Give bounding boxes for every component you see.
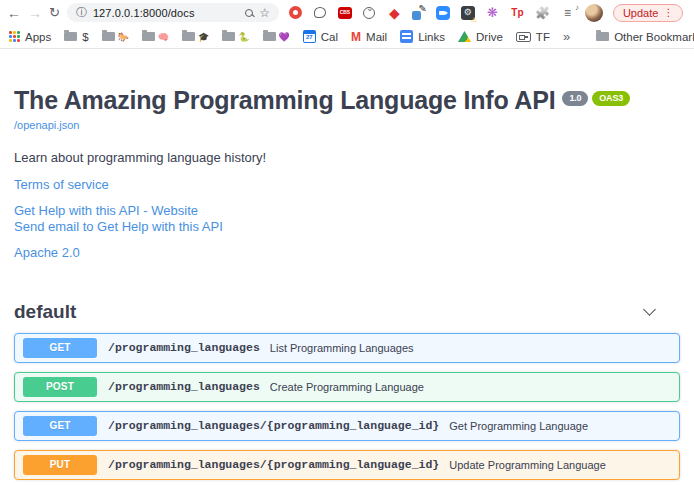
folder-icon <box>222 32 235 41</box>
bookmark-tf[interactable]: TF <box>516 31 550 43</box>
folder-icon <box>102 32 115 41</box>
api-title-text: The Amazing Programming Language Info AP… <box>14 86 555 115</box>
method-badge: GET <box>23 338 97 358</box>
url-text[interactable]: 127.0.0.1:8000/docs <box>93 7 239 19</box>
zoom-camera-extension-icon[interactable] <box>436 5 451 20</box>
folder-icon <box>596 32 609 41</box>
purple-flower-extension-icon[interactable]: ❋ <box>485 5 500 20</box>
snake-emblem-icon: 🐍 <box>238 32 249 42</box>
other-bookmarks-label: Other Bookmarks <box>614 31 694 43</box>
speech-bubble-extension-icon[interactable] <box>313 5 328 20</box>
zoom-search-icon[interactable] <box>245 9 253 17</box>
bookmarks-bar: Apps $ 🐎 🧠 🎓 🐍 💜 27 Cal M Mail Links Dri… <box>0 25 694 49</box>
drive-icon <box>458 31 471 42</box>
openapi-spec-link[interactable]: /openapi.json <box>14 119 79 131</box>
bookmark-cal-label: Cal <box>321 31 338 43</box>
links-icon <box>400 30 413 43</box>
operation-path: /programming_languages <box>108 341 260 354</box>
operation-summary: List Programming Languages <box>270 342 414 354</box>
tp-extension-icon[interactable]: Tp <box>510 5 525 20</box>
tf-icon <box>516 32 531 42</box>
operation-row-create-language[interactable]: POST /programming_languages Create Progr… <box>14 372 680 402</box>
puzzle-extension-icon[interactable]: 🧩 <box>535 5 550 20</box>
tag-section-header[interactable]: default <box>14 295 680 333</box>
gear-warning-extension-icon[interactable]: ⚙ <box>461 6 475 20</box>
bookmark-links[interactable]: Links <box>400 30 445 43</box>
color-picker-extension-icon[interactable]: ✎ <box>412 6 426 20</box>
operation-summary: Create Programming Language <box>270 381 424 393</box>
bookmark-cal[interactable]: 27 Cal <box>303 30 338 43</box>
version-badge: 1.0 <box>562 91 588 106</box>
chevron-down-icon[interactable] <box>643 303 656 316</box>
oas3-badge: OAS3 <box>592 91 630 106</box>
operation-path: /programming_languages/{programming_lang… <box>108 458 439 471</box>
folder-icon <box>142 32 155 41</box>
operation-summary: Update Programming Language <box>449 459 606 471</box>
bookmark-apps-label: Apps <box>25 31 51 43</box>
bookmark-mail[interactable]: M Mail <box>351 30 387 44</box>
red-diamond-extension-icon[interactable]: ◆ <box>387 5 402 20</box>
profile-avatar[interactable] <box>585 4 603 22</box>
bookmark-links-label: Links <box>418 31 445 43</box>
bookmark-star-icon[interactable]: ☆ <box>259 7 270 19</box>
swagger-page: The Amazing Programming Language Info AP… <box>0 49 694 485</box>
method-badge: PUT <box>23 455 97 475</box>
bookmark-mail-label: Mail <box>366 31 387 43</box>
api-description: Learn about programming language history… <box>14 150 680 165</box>
bookmarks-overflow-icon[interactable]: » <box>563 29 570 44</box>
bookmark-drive-label: Drive <box>476 31 503 43</box>
operation-path: /programming_languages/{programming_lang… <box>108 419 439 432</box>
back-arrow-icon[interactable]: ← <box>7 6 21 20</box>
title-badges: 1.0 OAS3 <box>562 91 630 106</box>
extensions-row: CBS ◆ ✎ ⚙ ❋ Tp 🧩 ≡ Update ⋮ <box>288 4 683 22</box>
operation-row-update-language[interactable]: PUT /programming_languages/{programming_… <box>14 450 680 480</box>
red-circle-extension-icon[interactable] <box>288 5 303 20</box>
bookmark-drive[interactable]: Drive <box>458 31 503 43</box>
tag-section-title: default <box>14 301 76 323</box>
music-list-extension-icon[interactable]: ≡ <box>560 5 575 20</box>
operation-path: /programming_languages <box>108 380 260 393</box>
cbs-extension-icon[interactable]: CBS <box>338 7 352 19</box>
menu-kebab-icon[interactable]: ⋮ <box>663 7 673 18</box>
bookmark-folder-grad[interactable]: 🎓 <box>182 32 209 42</box>
info-links: Terms of service Get Help with this API … <box>14 177 680 262</box>
update-button[interactable]: Update ⋮ <box>613 4 683 22</box>
page-info-icon[interactable]: ⓘ <box>76 7 87 18</box>
bookmark-folder-snake[interactable]: 🐍 <box>222 32 249 42</box>
operation-summary: Get Programming Language <box>449 420 588 432</box>
apps-grid-icon <box>9 31 20 42</box>
bookmark-folder-brain[interactable]: 🧠 <box>142 32 169 42</box>
folder-icon <box>263 32 276 41</box>
operation-row-list-languages[interactable]: GET /programming_languages List Programm… <box>14 333 680 363</box>
bookmark-folder-dollar[interactable]: $ <box>64 31 88 43</box>
operations-list: GET /programming_languages List Programm… <box>14 333 680 485</box>
terms-of-service-link[interactable]: Terms of service <box>14 177 680 194</box>
license-link[interactable]: Apache 2.0 <box>14 245 680 262</box>
bookmark-dollar-label: $ <box>82 31 88 43</box>
contact-email-link[interactable]: Send email to Get Help with this API <box>14 219 680 236</box>
bookmark-folder-heart[interactable]: 💜 <box>263 32 290 42</box>
browser-toolbar: ← → ↻ ⓘ 127.0.0.1:8000/docs ☆ CBS ◆ ✎ ⚙ … <box>0 0 694 25</box>
bookmark-tf-label: TF <box>536 31 550 43</box>
operation-row-get-language[interactable]: GET /programming_languages/{programming_… <box>14 411 680 441</box>
address-bar[interactable]: ⓘ 127.0.0.1:8000/docs ☆ <box>67 3 279 22</box>
folder-icon <box>64 32 77 41</box>
pocket-extension-icon[interactable] <box>362 5 377 20</box>
method-badge: GET <box>23 416 97 436</box>
reload-icon[interactable]: ↻ <box>49 6 60 19</box>
brain-emblem-icon: 🧠 <box>158 32 169 42</box>
page-title: The Amazing Programming Language Info AP… <box>14 86 680 115</box>
bookmark-apps[interactable]: Apps <box>9 31 51 43</box>
calendar-icon: 27 <box>303 30 316 43</box>
horse-emblem-icon: 🐎 <box>118 32 129 42</box>
folder-icon <box>182 32 195 41</box>
update-button-label: Update <box>623 7 658 19</box>
bookmark-folder-horse[interactable]: 🐎 <box>102 32 129 42</box>
purple-heart-emblem-icon: 💜 <box>279 32 290 42</box>
gmail-icon: M <box>351 30 361 44</box>
method-badge: POST <box>23 377 97 397</box>
contact-website-link[interactable]: Get Help with this API - Website <box>14 203 680 220</box>
forward-arrow-icon[interactable]: → <box>28 6 42 20</box>
grad-cap-emblem-icon: 🎓 <box>198 32 209 42</box>
bookmark-other-bookmarks[interactable]: Other Bookmarks <box>596 31 694 43</box>
